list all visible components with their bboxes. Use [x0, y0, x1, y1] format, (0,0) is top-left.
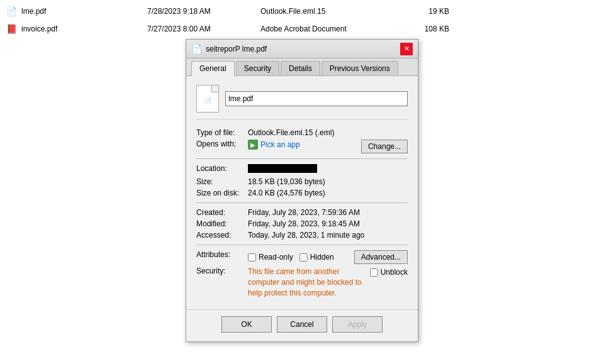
location-value	[248, 164, 408, 175]
size-on-disk-value: 24.0 KB (24,576 bytes)	[248, 189, 408, 197]
modified-value: Friday, July 28, 2023, 9:18:45 AM	[248, 219, 408, 228]
security-label: Security:	[196, 267, 248, 275]
pick-app-label: Pick an app	[260, 140, 300, 149]
accessed-row: Accessed: Today, July 28, 2023, 1 minute…	[196, 231, 408, 240]
location-row: Location:	[196, 164, 408, 175]
readonly-checkbox-label[interactable]: Read-only	[248, 253, 293, 262]
file-row[interactable]: 📄 lme.pdf 7/28/2023 9:18 AM Outlook.File…	[0, 3, 604, 20]
accessed-label: Accessed:	[196, 231, 248, 240]
created-label: Created:	[196, 208, 248, 217]
tab-details[interactable]: Details	[281, 61, 320, 75]
location-redacted	[248, 164, 317, 173]
hidden-checkbox-label[interactable]: Hidden	[299, 253, 334, 262]
apply-button[interactable]: Apply	[332, 316, 383, 333]
unblock-checkbox[interactable]	[370, 268, 378, 277]
created-value: Friday, July 28, 2023, 7:59:36 AM	[248, 208, 408, 217]
security-text: This file came from another computer and…	[248, 267, 365, 298]
security-row: Security: This file came from another co…	[196, 267, 408, 298]
opens-label: Opens with:	[196, 140, 248, 148]
dialog-close-button[interactable]: ✕	[400, 43, 413, 55]
attributes-label: Attributes:	[196, 250, 248, 259]
security-content: This file came from another computer and…	[248, 267, 408, 298]
size-on-disk-row: Size on disk: 24.0 KB (24,576 bytes)	[196, 189, 408, 197]
location-label: Location:	[196, 164, 248, 173]
dialog-footer: OK Cancel Apply	[186, 309, 418, 341]
file-icon: 📄	[5, 5, 18, 18]
hidden-label: Hidden	[310, 253, 334, 262]
type-value: Outlook.File.eml.15 (.eml)	[248, 128, 408, 137]
app-icon: ▶	[248, 140, 258, 150]
opens-with-value[interactable]: ▶ Pick an app	[248, 140, 361, 150]
dialog-title-area: 📄 seitreporP lme.pdf	[191, 44, 267, 54]
ok-button[interactable]: OK	[221, 316, 272, 333]
unblock-label: Unblock	[381, 268, 408, 277]
cancel-button[interactable]: Cancel	[277, 316, 327, 333]
file-type: Outlook.File.eml.15	[260, 7, 399, 16]
file-size: 108 KB	[399, 25, 449, 33]
change-button[interactable]: Change...	[361, 140, 408, 153]
modified-label: Modified:	[196, 219, 248, 228]
file-row[interactable]: 📕 invoice.pdf 7/27/2023 8:00 AM Adobe Ac…	[0, 20, 604, 38]
readonly-checkbox[interactable]	[248, 253, 256, 262]
dialog-body: 📄 Type of file: Outlook.File.eml.15 (.em…	[186, 76, 418, 309]
created-row: Created: Friday, July 28, 2023, 7:59:36 …	[196, 208, 408, 217]
tabs-container: General Security Details Previous Versio…	[186, 58, 418, 76]
file-name-input[interactable]	[225, 91, 408, 106]
file-date: 7/27/2023 8:00 AM	[147, 25, 260, 33]
type-label: Type of file:	[196, 128, 248, 137]
size-label: Size:	[196, 177, 248, 186]
file-list: 📄 lme.pdf 7/28/2023 9:18 AM Outlook.File…	[0, 0, 604, 40]
hidden-checkbox[interactable]	[299, 253, 308, 262]
accessed-value: Today, July 28, 2023, 1 minute ago	[248, 231, 408, 240]
file-header-icon: 📄	[196, 85, 219, 113]
file-type: Adobe Acrobat Document	[260, 25, 399, 33]
readonly-label: Read-only	[259, 253, 293, 262]
file-date: 7/28/2023 9:18 AM	[147, 7, 260, 16]
divider-2	[196, 202, 408, 203]
size-value: 18.5 KB (19,036 bytes)	[248, 177, 408, 186]
file-type-icon: 📄	[204, 97, 211, 104]
tab-previous-versions[interactable]: Previous Versions	[322, 61, 398, 75]
size-on-disk-label: Size on disk:	[196, 189, 248, 197]
advanced-button[interactable]: Advanced...	[354, 250, 408, 264]
opens-with-row: Opens with: ▶ Pick an app Change...	[196, 140, 408, 153]
properties-dialog: 📄 seitreporP lme.pdf ✕ General Security …	[186, 39, 418, 342]
file-size: 19 KB	[399, 7, 449, 16]
attributes-controls: Read-only Hidden Advanced...	[248, 250, 408, 264]
size-row: Size: 18.5 KB (19,036 bytes)	[196, 177, 408, 186]
type-row: Type of file: Outlook.File.eml.15 (.eml)	[196, 128, 408, 137]
file-icon: 📕	[5, 23, 18, 35]
dialog-title: seitreporP lme.pdf	[206, 45, 267, 53]
file-name: invoice.pdf	[21, 25, 147, 33]
divider-3	[196, 245, 408, 245]
modified-row: Modified: Friday, July 28, 2023, 9:18:45…	[196, 219, 408, 228]
dialog-titlebar: 📄 seitreporP lme.pdf ✕	[186, 40, 418, 58]
tab-general[interactable]: General	[191, 61, 235, 76]
file-name: lme.pdf	[21, 7, 147, 16]
file-header: 📄	[196, 85, 408, 119]
divider-1	[196, 158, 408, 159]
tab-security[interactable]: Security	[236, 61, 279, 75]
dialog-file-icon: 📄	[191, 44, 202, 54]
attributes-row: Attributes: Read-only Hidden Advanced...	[196, 250, 408, 264]
unblock-checkbox-label[interactable]: Unblock	[370, 268, 408, 277]
